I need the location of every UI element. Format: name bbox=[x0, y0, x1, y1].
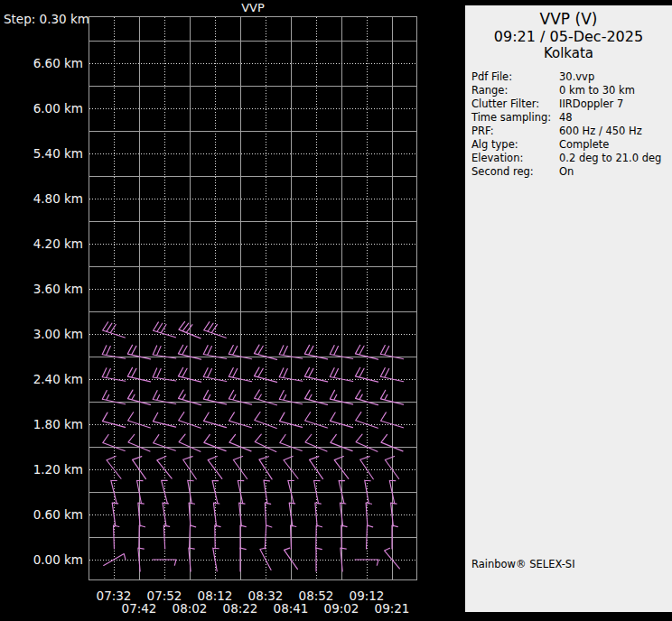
info-panel: VVP (V) 09:21 / 05-Dec-2025 Kolkata Pdf … bbox=[465, 5, 672, 612]
panel-datetime: 09:21 / 05-Dec-2025 bbox=[465, 28, 672, 45]
vertical-gridline bbox=[190, 17, 191, 579]
horizontal-gridline bbox=[89, 424, 416, 425]
info-label: Pdf File: bbox=[471, 70, 559, 84]
info-label: Alg type: bbox=[471, 138, 559, 152]
y-axis-label: 4.20 km bbox=[0, 236, 83, 252]
info-value: IIRDoppler 7 bbox=[559, 97, 623, 111]
info-value: 0.2 deg to 21.0 deg bbox=[559, 152, 661, 165]
horizontal-gridline bbox=[89, 447, 416, 448]
y-axis-label: 2.40 km bbox=[0, 371, 83, 387]
info-value: 0 km to 30 km bbox=[559, 84, 635, 97]
info-label: Clutter Filter: bbox=[471, 97, 559, 111]
x-axis-label: 08:02 bbox=[164, 602, 215, 615]
horizontal-gridline bbox=[89, 289, 416, 290]
vertical-gridline bbox=[114, 17, 115, 579]
info-value: 48 bbox=[559, 111, 573, 125]
horizontal-gridline bbox=[89, 63, 416, 64]
y-axis-label: 4.80 km bbox=[0, 190, 83, 207]
horizontal-gridline bbox=[89, 560, 416, 561]
plot-area bbox=[89, 16, 417, 580]
vertical-gridline bbox=[291, 17, 292, 579]
y-axis-label: 0.00 km bbox=[0, 551, 83, 568]
info-row-alg-type: Alg type: Complete bbox=[471, 138, 672, 152]
horizontal-gridline bbox=[89, 244, 416, 245]
y-axis-label: 1.80 km bbox=[0, 416, 83, 432]
info-label: Time sampling: bbox=[471, 111, 559, 125]
y-axis-step-label: Step: 0.30 km bbox=[4, 12, 83, 26]
chart-title: VVP bbox=[89, 1, 417, 14]
y-axis-label: 3.60 km bbox=[0, 281, 83, 297]
info-row-elevation: Elevation: 0.2 deg to 21.0 deg bbox=[471, 152, 672, 165]
horizontal-gridline bbox=[89, 108, 416, 109]
horizontal-gridline bbox=[89, 334, 416, 335]
vertical-gridline bbox=[240, 17, 241, 579]
info-value: 30.vvp bbox=[559, 70, 594, 84]
info-row-range: Range: 0 km to 30 km bbox=[471, 84, 672, 97]
horizontal-gridline bbox=[89, 86, 416, 87]
vertical-gridline bbox=[392, 17, 393, 579]
horizontal-gridline bbox=[89, 469, 416, 470]
x-axis-label: 08:32 bbox=[240, 589, 291, 602]
x-axis-label: 07:32 bbox=[89, 589, 139, 602]
horizontal-gridline bbox=[89, 41, 416, 42]
panel-title: VVP (V) bbox=[465, 5, 672, 28]
vertical-gridline bbox=[266, 17, 266, 579]
info-value: 600 Hz / 450 Hz bbox=[559, 125, 642, 138]
x-axis-label: 08:12 bbox=[190, 589, 240, 602]
vertical-gridline bbox=[341, 17, 342, 579]
info-row-prf: PRF: 600 Hz / 450 Hz bbox=[471, 125, 672, 138]
vvp-product-window: Step: 0.30 km VVP 6.60 km6.00 km5.40 km4… bbox=[0, 0, 672, 621]
x-axis-label: 09:12 bbox=[341, 589, 392, 602]
info-value: Complete bbox=[559, 138, 609, 152]
horizontal-gridline bbox=[89, 357, 416, 357]
vertical-gridline bbox=[139, 17, 140, 579]
x-axis-label: 07:52 bbox=[139, 589, 190, 602]
x-axis-label: 09:21 bbox=[367, 602, 417, 615]
product-info-list: Pdf File: 30.vvp Range: 0 km to 30 km Cl… bbox=[471, 70, 672, 179]
x-axis-label: 07:42 bbox=[114, 602, 164, 615]
y-axis-label: 0.60 km bbox=[0, 506, 83, 523]
horizontal-gridline bbox=[89, 266, 416, 267]
x-axis-label: 08:41 bbox=[266, 602, 316, 615]
horizontal-gridline bbox=[89, 176, 416, 177]
brand-label: Rainbow® SELEX-SI bbox=[471, 558, 575, 570]
horizontal-gridline bbox=[89, 402, 416, 403]
vertical-gridline bbox=[316, 17, 317, 579]
y-axis-label: 3.00 km bbox=[0, 326, 83, 342]
y-axis-label: 1.20 km bbox=[0, 461, 83, 477]
x-axis-label: 08:52 bbox=[291, 589, 341, 602]
horizontal-gridline bbox=[89, 153, 416, 154]
horizontal-gridline bbox=[89, 311, 416, 312]
vertical-gridline bbox=[367, 17, 368, 579]
horizontal-gridline bbox=[89, 514, 416, 515]
y-axis-label: 5.40 km bbox=[0, 145, 83, 162]
horizontal-gridline bbox=[89, 537, 416, 538]
x-axis-label: 09:02 bbox=[316, 602, 367, 615]
horizontal-gridline bbox=[89, 131, 416, 132]
info-row-time-sampling: Time sampling: 48 bbox=[471, 111, 672, 125]
x-axis-label: 08:22 bbox=[215, 602, 266, 615]
y-axis-label: 6.60 km bbox=[0, 55, 83, 71]
vertical-gridline bbox=[215, 17, 216, 579]
info-value: On bbox=[559, 165, 574, 179]
horizontal-gridline bbox=[89, 199, 416, 199]
info-label: Elevation: bbox=[471, 152, 559, 165]
info-row-second-reg: Second reg: On bbox=[471, 165, 672, 179]
info-row-clutter-filter: Clutter Filter: IIRDoppler 7 bbox=[471, 97, 672, 111]
horizontal-gridline bbox=[89, 221, 416, 222]
horizontal-gridline bbox=[89, 379, 416, 380]
y-axis-label: 6.00 km bbox=[0, 100, 83, 116]
info-label: Range: bbox=[471, 84, 559, 97]
panel-site-name: Kolkata bbox=[465, 45, 672, 62]
info-row-pdf-file: Pdf File: 30.vvp bbox=[471, 70, 672, 84]
horizontal-gridline bbox=[89, 492, 416, 493]
vertical-gridline bbox=[164, 17, 165, 579]
info-label: Second reg: bbox=[471, 165, 559, 179]
info-label: PRF: bbox=[471, 125, 559, 138]
